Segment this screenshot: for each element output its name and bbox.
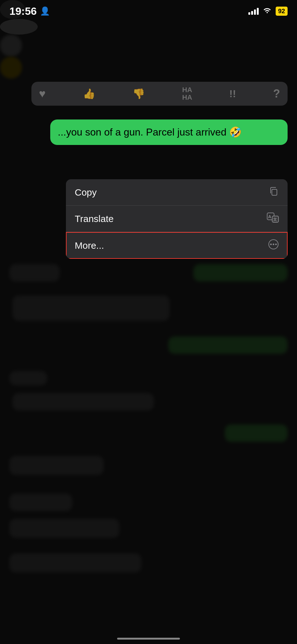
svg-text:文: 文 — [273, 217, 277, 222]
more-icon — [268, 239, 279, 252]
message-bubble: ...you son of a gun. Parcel just arrived… — [50, 119, 288, 145]
copy-label: Copy — [75, 187, 97, 198]
svg-point-8 — [275, 244, 277, 245]
signal-icon — [248, 7, 259, 15]
battery-indicator: 92 — [276, 7, 288, 16]
svg-rect-0 — [272, 189, 277, 195]
message-bubble-container: ...you son of a gun. Parcel just arrived… — [50, 119, 288, 145]
person-icon: 👤 — [40, 6, 50, 16]
wifi-icon — [262, 6, 272, 16]
reaction-picker: ♥ 👍 👎 HAHA !! ? — [31, 82, 288, 106]
reaction-question[interactable]: ? — [273, 87, 280, 100]
svg-point-7 — [273, 244, 274, 245]
reaction-haha[interactable]: HAHA — [182, 86, 192, 101]
reaction-exclamation[interactable]: !! — [229, 88, 236, 100]
home-indicator — [117, 638, 180, 640]
more-label: More... — [75, 240, 104, 251]
reaction-heart[interactable]: ♥ — [39, 87, 46, 100]
status-time: 19:56 — [9, 5, 37, 17]
message-text: ...you son of a gun. Parcel just arrived… — [58, 126, 242, 138]
reaction-thumbsdown[interactable]: 👎 — [132, 88, 145, 100]
copy-menu-item[interactable]: Copy — [66, 179, 288, 206]
more-menu-item[interactable]: More... — [66, 232, 288, 259]
translate-icon: A 文 — [267, 213, 279, 225]
svg-point-6 — [270, 244, 272, 245]
svg-text:A: A — [268, 214, 271, 219]
copy-icon — [269, 186, 279, 198]
status-icons: 92 — [248, 6, 288, 16]
translate-menu-item[interactable]: Translate A 文 — [66, 206, 288, 232]
context-menu: Copy Translate A 文 More... — [66, 179, 288, 259]
status-bar: 19:56 👤 92 — [0, 0, 297, 22]
translate-label: Translate — [75, 214, 114, 224]
reaction-thumbsup[interactable]: 👍 — [83, 88, 95, 100]
